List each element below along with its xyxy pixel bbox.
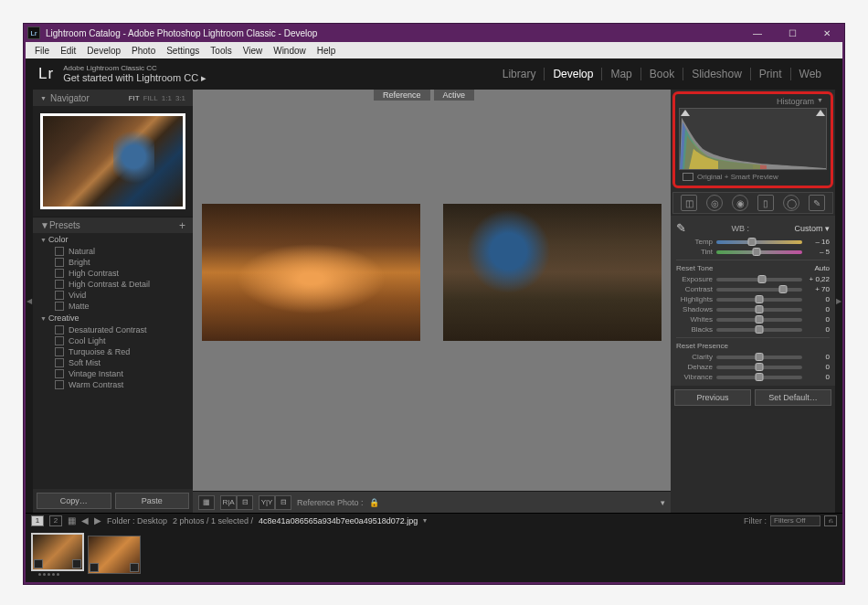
maximize-button[interactable]: ☐ [775, 25, 810, 41]
radial-filter-icon[interactable]: ◯ [783, 195, 799, 211]
temp-slider[interactable]: Temp – 16 [676, 237, 830, 247]
right-collapse-arrow[interactable]: ▶ [835, 90, 842, 513]
menu-settings[interactable]: Settings [161, 44, 205, 58]
close-button[interactable]: ✕ [810, 25, 844, 41]
highlights-slider[interactable]: Highlights 0 [676, 294, 830, 304]
brush-tool-icon[interactable]: ✎ [809, 195, 825, 211]
monitor-2[interactable]: 2 [49, 515, 62, 526]
thumbnail-1[interactable] [31, 533, 84, 571]
reference-pane[interactable]: Reference [193, 90, 430, 491]
module-book[interactable]: Book [640, 68, 683, 80]
presence-label[interactable]: Reset Presence [676, 342, 728, 350]
navigator-preview[interactable] [33, 106, 193, 217]
blacks-slider[interactable]: Blacks 0 [676, 324, 830, 334]
tone-label[interactable]: Reset Tone [676, 264, 713, 272]
preset-turquoise-red[interactable]: Turquoise & Red [33, 346, 193, 357]
menu-tools[interactable]: Tools [205, 44, 237, 58]
menu-develop[interactable]: Develop [81, 44, 126, 58]
monitor-1[interactable]: 1 [31, 515, 44, 526]
loupe-view-icon[interactable]: ▦ [198, 495, 215, 510]
toolbar-expand-icon[interactable]: ▾ [661, 498, 665, 507]
preset-bright[interactable]: Bright [33, 257, 193, 268]
vibrance-slider[interactable]: Vibrance 0 [676, 372, 830, 382]
exposure-slider[interactable]: Exposure + 0,22 [676, 274, 830, 284]
dehaze-slider[interactable]: Dehaze 0 [676, 362, 830, 372]
module-print[interactable]: Print [750, 68, 790, 80]
left-collapse-arrow[interactable]: ◀ [26, 90, 33, 513]
current-filename[interactable]: 4c8e41a086565a934b7ee0a49518d072.jpg [259, 516, 418, 525]
preset-soft-mist[interactable]: Soft Mist [33, 357, 193, 368]
previous-button[interactable]: Previous [674, 389, 751, 406]
lock-icon[interactable]: 🔒 [369, 498, 379, 507]
histogram[interactable] [679, 108, 827, 170]
folder-path[interactable]: Folder : Desktop [107, 516, 167, 525]
wb-dropper-icon[interactable]: ✎ [676, 221, 686, 235]
wb-select[interactable]: Custom ▾ [794, 224, 830, 233]
brand-line2[interactable]: Get started with Lightroom CC ▸ [63, 72, 206, 84]
menu-edit[interactable]: Edit [55, 44, 81, 58]
preset-natural[interactable]: Natural [33, 246, 193, 257]
before-side-icon[interactable]: Y|Y [259, 495, 275, 510]
auto-button[interactable]: Auto [815, 264, 830, 272]
redeye-tool-icon[interactable]: ◉ [732, 195, 748, 211]
crop-tool-icon[interactable]: ◫ [681, 195, 697, 211]
preset-vivid[interactable]: Vivid [33, 290, 193, 301]
presets-add-icon[interactable]: + [179, 219, 185, 232]
active-pane[interactable]: Active [434, 90, 672, 491]
module-library[interactable]: Library [494, 68, 545, 80]
preset-vintage-instant[interactable]: Vintage Instant [33, 368, 193, 379]
previous-default-row: Previous Set Default… [671, 386, 835, 409]
copy-button[interactable]: Copy… [37, 493, 111, 509]
filter-select[interactable]: Filters Off [770, 515, 820, 526]
module-develop[interactable]: Develop [544, 68, 601, 80]
window-title: Lightroom Catalog - Adobe Photoshop Ligh… [46, 28, 317, 38]
menu-view[interactable]: View [238, 44, 269, 58]
menu-window[interactable]: Window [268, 44, 312, 58]
filter-lock-icon[interactable]: ⎌ [824, 515, 837, 526]
rating-dots[interactable] [31, 571, 84, 577]
preset-group-creative[interactable]: Creative [33, 312, 193, 324]
nav-opt-3-1[interactable]: 3:1 [175, 94, 185, 102]
grad-filter-icon[interactable]: ▯ [757, 195, 774, 211]
contrast-slider[interactable]: Contrast + 70 [676, 284, 830, 294]
brand-logo: Lr [38, 65, 54, 83]
nav-opt-fill[interactable]: FILL [143, 94, 158, 102]
presets-header[interactable]: ▼ Presets + [33, 217, 193, 233]
preset-high-contrast-detail[interactable]: High Contrast & Detail [33, 279, 193, 290]
histogram-header[interactable]: Histogram ▼ [677, 97, 829, 108]
module-web[interactable]: Web [790, 68, 830, 80]
preset-group-color[interactable]: Color [33, 233, 193, 246]
preset-matte[interactable]: Matte [33, 301, 193, 312]
menu-file[interactable]: File [29, 44, 55, 58]
active-label: Active [434, 90, 475, 101]
spot-tool-icon[interactable]: ◎ [706, 195, 723, 211]
menu-photo[interactable]: Photo [126, 44, 161, 58]
preset-high-contrast[interactable]: High Contrast [33, 268, 193, 279]
nav-back-icon[interactable]: ◀ [81, 515, 89, 525]
grid-view-icon[interactable]: ▦ [68, 515, 76, 525]
ref-over-icon[interactable]: ⊟ [237, 495, 253, 510]
presets-toggle-icon: ▼ [40, 220, 49, 230]
preset-warm-contrast[interactable]: Warm Contrast [33, 379, 193, 390]
nav-opt-1-1[interactable]: 1:1 [162, 94, 172, 102]
tint-slider[interactable]: Tint – 5 [676, 247, 830, 257]
whites-slider[interactable]: Whites 0 [676, 314, 830, 324]
clarity-slider[interactable]: Clarity 0 [676, 352, 830, 362]
thumbnail-2[interactable] [88, 536, 141, 574]
nav-fwd-icon[interactable]: ▶ [94, 515, 101, 525]
preset-desat-contrast[interactable]: Desaturated Contrast [33, 324, 193, 335]
minimize-button[interactable]: — [740, 25, 775, 41]
preset-cool-light[interactable]: Cool Light [33, 335, 193, 346]
ref-side-icon[interactable]: R|A [220, 495, 237, 510]
module-map[interactable]: Map [601, 68, 640, 80]
nav-opt-fit[interactable]: FIT [129, 94, 140, 102]
titlebar[interactable]: Lr Lightroom Catalog - Adobe Photoshop L… [24, 24, 844, 42]
paste-button[interactable]: Paste [115, 493, 190, 509]
set-default-button[interactable]: Set Default… [755, 389, 831, 406]
navigator-header[interactable]: ▼ Navigator FIT FILL 1:1 3:1 [33, 90, 193, 106]
shadows-slider[interactable]: Shadows 0 [676, 304, 830, 314]
before-over-icon[interactable]: ⊟ [275, 495, 291, 510]
module-slideshow[interactable]: Slideshow [683, 68, 750, 80]
menu-help[interactable]: Help [312, 44, 342, 58]
filename-dropdown-icon[interactable]: ▾ [423, 516, 427, 525]
